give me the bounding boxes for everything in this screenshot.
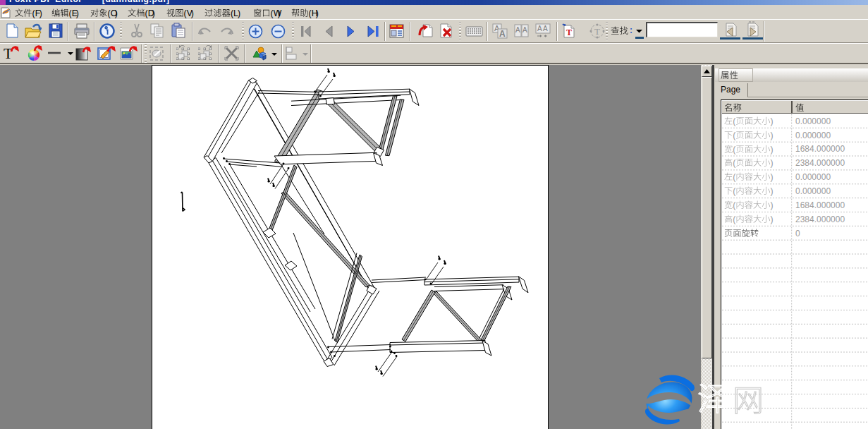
svg-text:): ) — [770, 186, 773, 196]
svg-text:): ) — [770, 130, 773, 140]
svg-text:): ) — [770, 200, 773, 210]
svg-text:): ) — [770, 158, 773, 168]
svg-text:): ) — [770, 116, 773, 126]
svg-text:): ) — [770, 214, 773, 224]
svg-text:): ) — [770, 172, 773, 182]
svg-text:): ) — [770, 144, 773, 154]
